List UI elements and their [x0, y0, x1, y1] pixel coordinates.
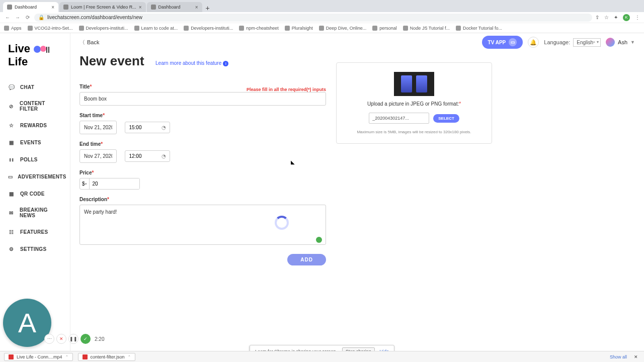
share-icon[interactable]: ⇪ — [595, 15, 599, 20]
bookmarks-bar: Apps VCOG2-intro-Set... Developers-insti… — [0, 23, 644, 33]
news-icon: ✉ — [8, 209, 15, 216]
clock-icon: ◔ — [162, 153, 166, 159]
sidebar-item-chat[interactable]: 💬CHAT — [0, 78, 70, 96]
browser-address-bar: ← → ⟳ 🔒livechatscreen.com/dashboard/even… — [0, 12, 644, 23]
chevron-up-icon[interactable]: ⌃ — [128, 355, 131, 359]
loom-cancel-button[interactable]: ✕ — [56, 334, 66, 344]
loom-done-button[interactable]: ✓ — [80, 334, 91, 344]
clock-icon: ◔ — [162, 125, 166, 130]
sidebar-item-features[interactable]: ☷FEATURES — [0, 223, 70, 240]
star-icon: ☆ — [8, 122, 15, 129]
bookmark[interactable]: personal — [372, 26, 397, 31]
start-date-input[interactable] — [79, 121, 117, 134]
bookmark[interactable]: Learn to code at... — [134, 26, 178, 31]
sidebar-item-qr-code[interactable]: ▩QR CODE — [0, 185, 70, 202]
chevron-up-icon[interactable]: ⌃ — [65, 355, 68, 359]
star-icon[interactable]: ☆ — [604, 15, 609, 20]
sidebar-item-content-filter[interactable]: ⊘CONTENT FILTER — [0, 96, 70, 117]
new-tab-button[interactable]: + — [203, 4, 212, 12]
tv-icon: ▭ — [509, 38, 517, 46]
language-selector: Language: English× — [544, 38, 601, 47]
file-icon — [83, 354, 88, 359]
select-file-button[interactable]: SELECT — [433, 114, 459, 123]
bookmark[interactable]: Pluralsight — [285, 26, 313, 31]
close-downloads-bar[interactable]: ✕ — [632, 354, 640, 359]
loom-pause-button[interactable]: ❚❚ — [68, 334, 78, 344]
end-time-input[interactable]: 12:00◔ — [125, 150, 170, 162]
price-input[interactable] — [90, 178, 140, 189]
svg-rect-2 — [46, 47, 47, 53]
close-icon[interactable]: × — [195, 5, 198, 10]
chevron-down-icon: ▼ — [630, 40, 635, 45]
download-item[interactable]: content-filter.json⌃ — [78, 353, 135, 361]
loading-spinner-icon — [275, 216, 289, 230]
svg-rect-3 — [48, 47, 49, 53]
upload-card: Upload a picture in JPEG or PNG format:*… — [336, 62, 492, 144]
extensions-icon[interactable]: ✦ — [614, 15, 618, 20]
ads-icon: ▭ — [8, 173, 13, 180]
svg-point-1 — [40, 46, 46, 52]
calendar-icon: ▦ — [8, 139, 15, 146]
avatar — [606, 38, 615, 47]
add-button[interactable]: ADD — [287, 254, 326, 265]
description-label: Description* — [79, 197, 326, 202]
download-item[interactable]: Live Life - Conn....mp4⌃ — [4, 353, 73, 361]
end-date-input[interactable] — [79, 149, 117, 163]
start-time-label: Start time* — [79, 113, 326, 118]
user-menu[interactable]: Ash▼ — [606, 38, 635, 47]
bookmark[interactable]: Developers-instituti... — [79, 26, 128, 31]
downloads-bar: Live Life - Conn....mp4⌃ content-filter.… — [0, 351, 644, 362]
page-title: New event — [79, 53, 144, 69]
logo: Live Life — [0, 38, 70, 78]
profile-avatar[interactable]: K — [623, 14, 630, 21]
browser-tab[interactable]: Loom | Free Screen & Video R...× — [59, 2, 146, 12]
loom-timer: 2:20 — [95, 336, 104, 342]
file-icon — [9, 354, 14, 359]
sidebar-item-breaking-news[interactable]: ✉BREAKING NEWS — [0, 202, 70, 223]
bookmark[interactable]: Apps — [4, 26, 22, 31]
notifications-button[interactable]: 🔔 — [528, 37, 539, 48]
url-input[interactable]: 🔒livechatscreen.com/dashboard/events/new — [34, 14, 592, 22]
sidebar-item-settings[interactable]: ⚙SETTINGS — [0, 240, 70, 257]
grammarly-icon[interactable] — [316, 237, 322, 243]
sidebar-item-advertisements[interactable]: ▭ADVERTISEMENTS — [0, 168, 70, 185]
end-time-label: End time* — [79, 141, 326, 147]
menu-icon[interactable]: ⋮ — [635, 15, 640, 20]
title-label: Title* — [79, 84, 92, 89]
qr-icon: ▩ — [8, 190, 15, 197]
loom-controls: ⋯ ✕ ❚❚ ✓ 2:20 — [44, 334, 104, 344]
title-input[interactable] — [79, 92, 326, 106]
bookmark[interactable]: Node JS Tutorial f... — [403, 26, 450, 31]
currency-select[interactable]: $▾ — [80, 178, 90, 189]
svg-point-0 — [34, 46, 41, 53]
upload-label: Upload a picture in JPEG or PNG format:* — [346, 101, 482, 107]
bookmark[interactable]: Deep Dive, Online... — [319, 26, 367, 31]
bookmark[interactable]: Developers-instituti... — [184, 26, 233, 31]
bookmark[interactable]: npm-cheatsheet — [239, 26, 279, 31]
back-button[interactable]: 〈Back — [79, 39, 99, 46]
sidebar-item-rewards[interactable]: ☆REWARDS — [0, 117, 70, 134]
features-icon: ☷ — [8, 228, 15, 235]
bell-icon: 🔔 — [530, 39, 537, 46]
chevron-down-icon: ▾ — [85, 182, 87, 186]
close-icon[interactable]: × — [139, 5, 142, 10]
back-icon[interactable]: ← — [4, 15, 11, 20]
sidebar-item-events[interactable]: ▦EVENTS — [0, 134, 70, 151]
description-input[interactable] — [79, 205, 326, 245]
forward-icon[interactable]: → — [14, 15, 21, 20]
bookmark[interactable]: VCOG2-intro-Set... — [28, 26, 73, 31]
info-icon: i — [223, 61, 228, 66]
close-icon[interactable]: × — [51, 5, 54, 10]
loom-more-button[interactable]: ⋯ — [44, 334, 54, 344]
language-dropdown[interactable]: English× — [573, 38, 601, 47]
browser-tab[interactable]: Dashboard× — [147, 2, 202, 12]
reload-icon[interactable]: ⟳ — [24, 15, 31, 20]
bookmark[interactable]: Docker Tutorial fo... — [456, 26, 502, 31]
tv-app-button[interactable]: TV APP▭ — [482, 36, 523, 49]
show-all-downloads[interactable]: Show all — [610, 354, 627, 359]
browser-tab[interactable]: Dashboard× — [3, 2, 58, 12]
browser-tab-strip: Dashboard× Loom | Free Screen & Video R.… — [0, 0, 644, 12]
start-time-input[interactable]: 15:00◔ — [125, 122, 170, 133]
learn-more-link[interactable]: Learn more about this featurei — [155, 60, 228, 66]
sidebar-item-polls[interactable]: ⫾⫾POLLS — [0, 151, 70, 168]
